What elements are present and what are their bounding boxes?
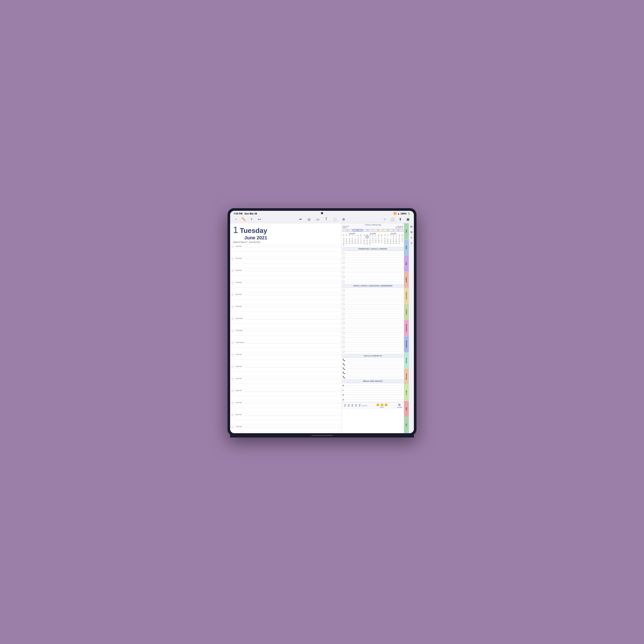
tab-december[interactable]: December [404, 336, 409, 352]
sidebar-toggle[interactable]: ▣ [405, 217, 410, 222]
check-circle[interactable] [343, 266, 345, 269]
tab-march[interactable]: March [404, 385, 409, 401]
right-icon-3[interactable]: ≡ [410, 236, 413, 240]
check-circle[interactable] [343, 303, 345, 305]
right-icon-1[interactable]: ▤ [410, 225, 413, 228]
check-circle[interactable] [343, 332, 345, 334]
cup-icon-4[interactable]: 🥤 [354, 404, 357, 407]
priority-item-7[interactable] [342, 279, 404, 284]
task-item-9[interactable] [342, 326, 404, 330]
day-nav-3[interactable]: 3 [363, 229, 373, 231]
check-circle[interactable] [343, 294, 345, 296]
right-icon-2[interactable]: ⊞ [410, 230, 413, 234]
toolbar-center: ✒ ◎ ▭ T ⬚ ⊗ [298, 217, 346, 222]
back-button[interactable]: ‹ [234, 217, 239, 222]
priority-item-4[interactable] [342, 265, 404, 270]
cup-icon-2[interactable]: 🥤 [347, 404, 350, 407]
day-nav-1[interactable]: 1 [343, 229, 352, 231]
check-circle[interactable] [343, 327, 345, 329]
mood-icon-smile[interactable]: 🙂 [380, 403, 384, 406]
priority-item-2[interactable] [342, 256, 404, 260]
meal-dinner[interactable]: D [342, 393, 404, 397]
check-circle[interactable] [343, 252, 345, 254]
tab-july[interactable]: July [404, 255, 409, 272]
briefcase-tool[interactable]: ⬜ [390, 217, 395, 222]
priority-item-3[interactable] [342, 260, 404, 265]
priority-item-5[interactable] [342, 270, 404, 275]
mood-icon-neutral[interactable]: 😐 [376, 403, 380, 406]
task-item-4[interactable] [342, 302, 404, 307]
check-circle[interactable] [343, 313, 345, 315]
check-circle[interactable] [343, 276, 345, 278]
day-nav-2[interactable]: 2 [353, 229, 362, 231]
cup-icon-1[interactable]: 🥤 [343, 404, 346, 407]
priority-item-1[interactable] [342, 251, 404, 256]
task-item-10[interactable] [342, 330, 404, 335]
priority-item-6[interactable] [342, 275, 404, 279]
return-weekly-link[interactable]: « Return to Weekly Page [343, 224, 403, 226]
call-item-5[interactable]: 📞 [342, 375, 404, 379]
check-circle[interactable] [343, 317, 345, 320]
check-circle[interactable] [343, 257, 345, 259]
check-circle[interactable] [343, 341, 345, 343]
text-tool[interactable]: T [324, 217, 329, 222]
check-circle[interactable] [343, 351, 345, 353]
tab-june[interactable]: June [404, 239, 409, 255]
tablet-tool[interactable]: ▭ [315, 217, 320, 222]
check-circle[interactable] [343, 336, 345, 339]
meal-snacks[interactable]: S [342, 397, 404, 402]
check-circle[interactable] [343, 308, 345, 310]
task-item-8[interactable] [342, 321, 404, 326]
check-circle[interactable] [343, 271, 345, 273]
tab-january[interactable]: January [404, 352, 409, 369]
task-item-1[interactable] [342, 288, 404, 293]
transfer-icon[interactable]: ↻ [398, 403, 401, 407]
pen-tool[interactable]: ✒ [298, 217, 303, 222]
day-nav-4[interactable]: 4 [373, 229, 383, 231]
task-item-14[interactable] [342, 349, 404, 354]
meal-breakfast[interactable]: B [342, 383, 404, 388]
call-item-2[interactable]: 📞 [342, 362, 404, 366]
task-item-2[interactable] [342, 293, 404, 297]
tab-april[interactable]: April [404, 401, 409, 417]
undo-button[interactable]: ↩ [257, 217, 262, 222]
tab-february[interactable]: February [404, 369, 409, 385]
tab-september[interactable]: September [404, 288, 409, 304]
check-circle[interactable] [343, 322, 345, 324]
erase-tool[interactable]: ⊗ [341, 217, 346, 222]
cup-icon-5[interactable]: 🥤 [358, 404, 361, 407]
marker-tool[interactable]: ◎ [307, 217, 312, 222]
shapes-tool[interactable]: ○ [382, 217, 387, 222]
task-item-5[interactable] [342, 307, 404, 311]
check-circle[interactable] [343, 346, 345, 348]
day-nav-6[interactable]: 6 [393, 229, 403, 231]
check-circle[interactable] [343, 281, 345, 283]
meal-lunch[interactable]: L [342, 388, 404, 393]
mood-group: 😐 🙂 😊 Mood [376, 403, 388, 408]
tab-november[interactable]: November [404, 320, 409, 336]
right-icon-4[interactable]: ✐ [410, 241, 413, 245]
tab-may-2[interactable]: May [404, 417, 409, 433]
tab-august[interactable]: August [404, 272, 409, 288]
task-item-12[interactable] [342, 340, 404, 345]
selection-tool[interactable]: ⬚ [332, 217, 337, 222]
call-item-4[interactable]: 📞 [342, 371, 404, 375]
task-item-6[interactable] [342, 311, 404, 316]
task-item-3[interactable] [342, 297, 404, 302]
call-item-3[interactable]: 📞 [342, 366, 404, 371]
add-button[interactable]: + [249, 217, 254, 222]
tab-may[interactable]: May [404, 223, 409, 239]
cup-icon-3[interactable]: 🥤 [351, 404, 354, 407]
share-button[interactable]: ⬆ [398, 217, 403, 222]
check-circle[interactable] [343, 262, 345, 264]
task-item-11[interactable] [342, 335, 404, 340]
check-circle[interactable] [343, 299, 345, 301]
task-item-13[interactable] [342, 345, 404, 349]
mood-icon-happy[interactable]: 😊 [384, 403, 388, 406]
tab-october[interactable]: October [404, 304, 409, 320]
pencil-tool[interactable]: ✏️ [241, 217, 246, 222]
call-item-1[interactable]: 📞 [342, 358, 404, 362]
check-circle[interactable] [343, 289, 345, 291]
task-item-7[interactable] [342, 316, 404, 321]
day-nav-5[interactable]: 5 [383, 229, 393, 231]
